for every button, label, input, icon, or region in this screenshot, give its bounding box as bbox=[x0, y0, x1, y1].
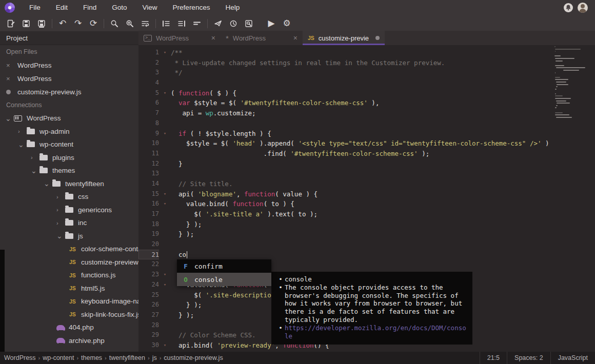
menu-goto[interactable]: Goto bbox=[104, 0, 134, 15]
tab-wordpress[interactable]: *WordPress× bbox=[221, 31, 303, 45]
fold-marker-icon[interactable]: ▾ bbox=[159, 88, 171, 98]
breadcrumb-segment[interactable]: WordPress bbox=[4, 354, 36, 361]
chevron-right-icon[interactable]: › bbox=[56, 194, 65, 200]
fold-marker-icon[interactable]: ▾ bbox=[159, 48, 171, 58]
tree-item-html5-js[interactable]: JShtml5.js bbox=[0, 282, 138, 295]
menu-help[interactable]: Help bbox=[217, 0, 247, 15]
notifications-bell-icon[interactable] bbox=[563, 3, 573, 13]
tree-item-themes[interactable]: ⌄themes bbox=[0, 164, 138, 177]
indent-icon[interactable] bbox=[174, 17, 189, 30]
share-icon[interactable] bbox=[210, 17, 226, 30]
fold-marker-icon[interactable]: ▾ bbox=[159, 340, 171, 351]
tree-item-js[interactable]: ⌄js bbox=[0, 230, 138, 243]
tree-item-genericons[interactable]: ›genericons bbox=[0, 204, 138, 217]
menu-edit[interactable]: Edit bbox=[48, 0, 75, 15]
completion-item-console[interactable]: Oconsole bbox=[177, 273, 271, 286]
fold-marker-icon[interactable]: ▾ bbox=[159, 280, 171, 290]
format-icon[interactable] bbox=[189, 17, 205, 30]
menu-find[interactable]: Find bbox=[75, 0, 104, 15]
js-file-icon: JS bbox=[308, 35, 314, 41]
chevron-down-icon[interactable]: ⌄ bbox=[31, 169, 39, 173]
chevron-down-icon[interactable]: ⌄ bbox=[18, 143, 27, 147]
language-mode[interactable]: JavaScript bbox=[551, 352, 595, 364]
history-icon[interactable] bbox=[226, 17, 241, 30]
tree-item-keyboard-image-navigation-js[interactable]: JSkeyboard-image-navigation.js bbox=[0, 295, 138, 308]
close-icon[interactable]: × bbox=[6, 62, 17, 69]
tree-item-plugins[interactable]: ›plugins bbox=[0, 151, 138, 165]
tree-item-wp-content[interactable]: ⌄wp-content bbox=[0, 138, 138, 151]
new-file-icon[interactable] bbox=[3, 17, 18, 30]
breadcrumb-segment[interactable]: js bbox=[152, 354, 157, 361]
chevron-down-icon[interactable]: ⌄ bbox=[56, 234, 65, 238]
fold-marker-icon[interactable]: ▾ bbox=[159, 189, 171, 199]
menu-file[interactable]: File bbox=[22, 0, 48, 15]
fold-gutter bbox=[159, 68, 171, 78]
tree-item-skip-link-focus-fix-js[interactable]: JSskip-link-focus-fix.js bbox=[0, 308, 138, 321]
outdent-icon[interactable] bbox=[158, 17, 174, 30]
menu-bar: FileEditFindGotoViewPreferencesHelp bbox=[0, 0, 595, 15]
menu-preferences[interactable]: Preferences bbox=[165, 0, 218, 15]
tree-item-functions-js[interactable]: JSfunctions.js bbox=[0, 269, 138, 282]
chevron-down-icon[interactable]: ⌄ bbox=[5, 116, 14, 120]
sidebar-scrollbar-track[interactable] bbox=[0, 250, 5, 352]
search-icon[interactable] bbox=[107, 17, 122, 30]
run-icon[interactable]: ▶ bbox=[264, 17, 279, 30]
open-file-item[interactable]: customize-preview.js bbox=[0, 85, 138, 98]
chevron-right-icon[interactable]: › bbox=[18, 128, 27, 134]
chevron-right-icon[interactable]: › bbox=[31, 154, 39, 160]
word-wrap-icon[interactable] bbox=[137, 17, 153, 30]
completion-item-confirm[interactable]: Fconfirm bbox=[177, 259, 271, 273]
open-file-item[interactable]: ×WordPress bbox=[0, 72, 138, 85]
tab-customize-previe[interactable]: JScustomize-previe bbox=[303, 31, 385, 45]
bullet-icon: • bbox=[276, 284, 285, 324]
toolbar: ↶↷⟳▶⚙ bbox=[0, 15, 595, 32]
settings-gear-icon[interactable]: ⚙ bbox=[279, 17, 294, 30]
tree-item-archive-php[interactable]: archive.php bbox=[0, 334, 138, 348]
redo-icon[interactable]: ↷ bbox=[70, 17, 86, 30]
breadcrumb[interactable]: WordPress›wp-content›themes›twentyfiftee… bbox=[0, 354, 225, 361]
undo-icon[interactable]: ↶ bbox=[55, 17, 70, 30]
refresh-icon[interactable]: ⟳ bbox=[86, 17, 101, 30]
php-file-icon bbox=[56, 325, 65, 330]
save-icon[interactable] bbox=[18, 17, 34, 30]
preview-icon[interactable] bbox=[241, 17, 256, 30]
tree-item-css[interactable]: ›css bbox=[0, 190, 138, 204]
tree-item-inc[interactable]: ›inc bbox=[0, 216, 138, 230]
breadcrumb-segment[interactable]: wp-content bbox=[43, 354, 74, 361]
save-all-icon[interactable] bbox=[34, 17, 49, 30]
indent-setting[interactable]: Spaces: 2 bbox=[507, 352, 550, 364]
line-number: 24 bbox=[138, 280, 159, 290]
breadcrumb-separator: › bbox=[102, 355, 109, 361]
code-text: */ bbox=[171, 68, 183, 78]
menu-view[interactable]: View bbox=[135, 0, 165, 15]
breadcrumb-segment[interactable]: customize-preview.js bbox=[164, 354, 223, 361]
tree-item-404-php[interactable]: 404.php bbox=[0, 321, 138, 334]
fold-gutter bbox=[159, 209, 171, 219]
tab-label: WordPress bbox=[233, 34, 290, 42]
code-editor[interactable]: 1▾/**2 * Live-update changed settings in… bbox=[138, 45, 595, 352]
open-file-item[interactable]: ×WordPress bbox=[0, 58, 138, 72]
tab-close-icon[interactable]: × bbox=[290, 34, 298, 42]
user-avatar[interactable] bbox=[578, 3, 588, 13]
tab-wordpress[interactable]: >_WordPress× bbox=[138, 31, 221, 45]
breadcrumb-segment[interactable]: themes bbox=[81, 354, 102, 361]
fold-marker-icon[interactable]: ▾ bbox=[159, 129, 171, 139]
search-in-files-icon[interactable] bbox=[122, 17, 137, 30]
fold-marker-icon[interactable]: ▾ bbox=[159, 270, 171, 280]
tree-item-wp-admin[interactable]: ›wp-admin bbox=[0, 125, 138, 138]
tab-close-icon[interactable]: × bbox=[208, 34, 215, 42]
tree-item-wordpress[interactable]: ⌄WordPress bbox=[0, 112, 138, 125]
open-files-section-label: Open Files bbox=[0, 45, 138, 58]
minimap-line bbox=[555, 89, 557, 90]
tree-item-customize-preview-js[interactable]: JScustomize-preview.js bbox=[0, 256, 138, 269]
tree-item-color-scheme-control-js[interactable]: JScolor-scheme-control.js bbox=[0, 242, 138, 256]
minimap[interactable] bbox=[554, 46, 593, 119]
fold-marker-icon[interactable]: ▾ bbox=[159, 199, 171, 209]
breadcrumb-segment[interactable]: twentyfifteen bbox=[109, 354, 145, 361]
tree-item-twentyfifteen[interactable]: ⌄twentyfifteen bbox=[0, 177, 138, 191]
close-icon[interactable]: × bbox=[6, 75, 17, 83]
tooltip-link[interactable]: https://developer.mozilla.org/en/docs/DO… bbox=[285, 324, 468, 340]
chevron-down-icon[interactable]: ⌄ bbox=[44, 181, 52, 186]
chevron-right-icon[interactable]: › bbox=[56, 220, 65, 226]
chevron-right-icon[interactable]: › bbox=[56, 207, 65, 213]
